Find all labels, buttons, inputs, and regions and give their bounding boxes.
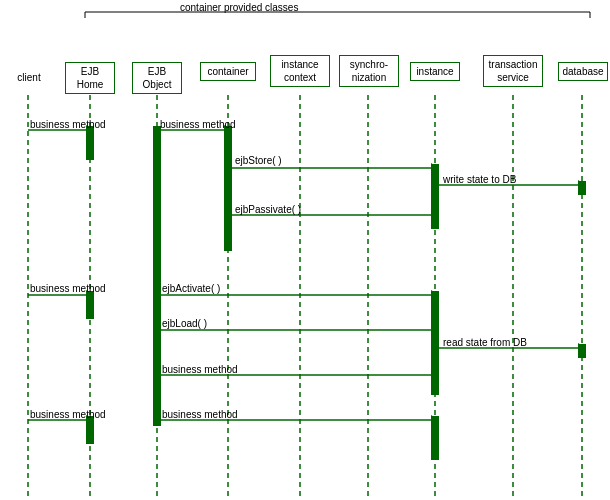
svg-rect-29 [86,291,94,319]
msg-business-method-3: business method [30,283,106,294]
container-box: container [200,62,256,81]
msg-ejbactivate: ejbActivate( ) [162,283,220,294]
svg-rect-37 [578,344,586,358]
container-provided-label: container provided classes [180,2,298,13]
database-box: database [558,62,608,81]
instance-context-box: instancecontext [270,55,330,87]
msg-business-method-4: business method [162,364,238,375]
svg-rect-18 [224,126,232,251]
svg-marker-44 [431,415,439,425]
svg-rect-32 [431,291,439,395]
svg-marker-36 [578,343,586,353]
msg-ejbstore: ejbStore( ) [235,155,282,166]
svg-rect-24 [578,181,586,195]
svg-rect-16 [86,126,94,160]
svg-marker-34 [431,325,439,335]
svg-marker-31 [431,290,439,300]
msg-write-state: write state to DB [443,174,516,185]
msg-business-method-1: business method [30,119,106,130]
client-label: client [10,72,48,83]
msg-read-state: read state from DB [443,337,527,348]
msg-ejbpassivate: ejbPassivate( ) [235,204,301,215]
msg-ejbload: ejbLoad( ) [162,318,207,329]
svg-rect-21 [431,164,439,229]
svg-rect-42 [86,416,94,444]
instance-box: instance [410,62,460,81]
transaction-service-box: transactionservice [483,55,543,87]
svg-marker-39 [431,370,439,380]
msg-business-method-6: business method [162,409,238,420]
svg-marker-26 [431,210,439,220]
sequence-diagram: container provided classes client EJBHom… [0,0,610,500]
svg-rect-17 [153,126,161,426]
svg-rect-45 [431,416,439,460]
msg-business-method-2: business method [160,119,236,130]
ejb-home-box: EJBHome [65,62,115,94]
msg-business-method-5: business method [30,409,106,420]
ejb-object-box: EJBObject [132,62,182,94]
svg-marker-23 [578,180,586,190]
svg-marker-20 [431,163,439,173]
synchronization-box: synchro-nization [339,55,399,87]
